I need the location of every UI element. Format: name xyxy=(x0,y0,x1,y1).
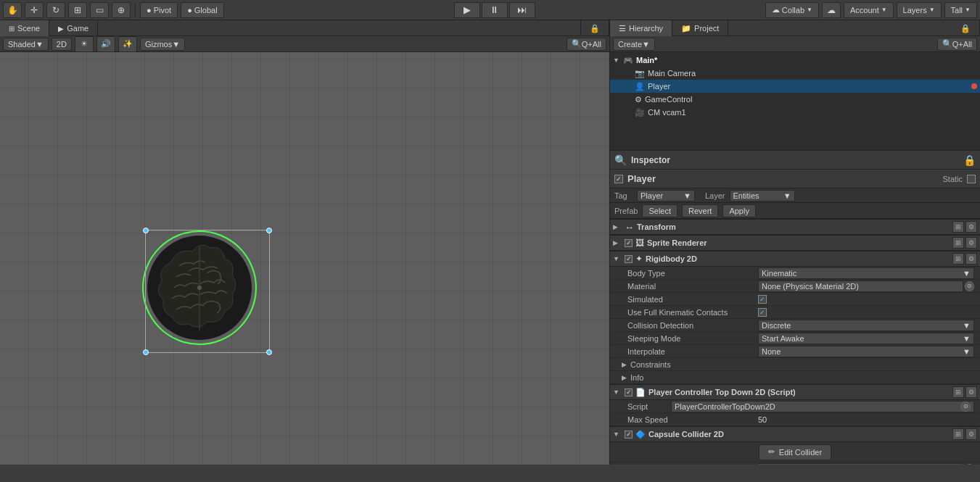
script-picker-btn[interactable]: ⊙ xyxy=(960,402,971,412)
prefab-apply-btn[interactable]: Apply xyxy=(722,204,756,217)
light-toggle-btn[interactable]: ☀ xyxy=(75,36,94,52)
list-item[interactable]: 👤 Player xyxy=(610,80,980,93)
sprite-renderer-header[interactable]: ▶ 🖼 Sprite Renderer ⊞ ⚙ xyxy=(610,235,980,251)
cc-material-dropdown[interactable]: None (Physics Material 2D) xyxy=(758,463,963,465)
cc-enabled[interactable] xyxy=(625,431,633,439)
pc-enabled[interactable] xyxy=(625,388,633,396)
edit-collider-label: Edit Collider xyxy=(779,448,822,457)
rb2d-settings-btn[interactable]: ⚙ xyxy=(965,253,977,265)
multi-tool-btn[interactable]: ⊕ xyxy=(112,2,131,18)
rotate-tool-btn[interactable]: ↻ xyxy=(46,2,65,18)
tab-project[interactable]: 📁 Project xyxy=(672,20,728,36)
step-button[interactable]: ⏭ xyxy=(509,2,535,18)
simulated-checkbox[interactable] xyxy=(758,295,767,304)
scene-search-btn[interactable]: 🔍 Q+All xyxy=(567,38,606,51)
hand-tool-btn[interactable]: ✋ xyxy=(3,2,22,18)
player-controller-header[interactable]: ▼ 📄 Player Controller Top Down 2D (Scrip… xyxy=(610,384,980,400)
layout-btn[interactable]: Tall ▼ xyxy=(944,2,977,18)
create-dropdown[interactable]: Create ▼ xyxy=(613,38,655,51)
pc-settings-btn[interactable]: ⚙ xyxy=(965,386,977,398)
cc-material-picker-btn[interactable]: ⊙ xyxy=(965,464,974,465)
prefab-revert-btn[interactable]: Revert xyxy=(682,204,718,217)
edit-collider-btn[interactable]: ✏ Edit Collider xyxy=(759,444,831,460)
pc-copy-btn[interactable]: ⊞ xyxy=(952,386,964,398)
transform-settings-btn[interactable]: ⚙ xyxy=(965,221,977,233)
scene-lock-btn[interactable]: 🔒 xyxy=(580,20,609,36)
sr-settings-btn[interactable]: ⚙ xyxy=(965,237,977,249)
hierarchy-item-label: CM vcam1 xyxy=(648,108,686,117)
body-type-dropdown[interactable]: Kinematic ▼ xyxy=(758,267,974,279)
2d-mode-btn[interactable]: 2D xyxy=(52,38,72,51)
account-btn[interactable]: Account ▼ xyxy=(844,2,894,18)
hierarchy-search-btn[interactable]: 🔍 Q+All xyxy=(937,38,977,51)
list-item[interactable]: 📷 Main Camera xyxy=(610,67,980,80)
rb-material-dropdown[interactable]: None (Physics Material 2D) xyxy=(758,281,963,292)
move-tool-btn[interactable]: ✛ xyxy=(25,2,44,18)
sprite-renderer-enabled[interactable] xyxy=(625,239,633,247)
shading-dropdown[interactable]: Shaded ▼ xyxy=(3,38,49,51)
handle-br[interactable] xyxy=(266,349,272,355)
tab-game[interactable]: ▶ Game xyxy=(49,20,98,36)
kinematic-contacts-checkbox[interactable] xyxy=(758,308,767,317)
fx-toggle-btn[interactable]: ✨ xyxy=(118,36,137,52)
hierarchy-tab-icon: ☰ xyxy=(619,24,626,33)
tab-scene[interactable]: ⊞ Scene xyxy=(0,20,49,36)
hierarchy-lock-btn[interactable]: 🔒 xyxy=(952,20,980,36)
layers-btn[interactable]: Layers ▼ xyxy=(897,2,942,18)
sleeping-mode-label: Sleeping Mode xyxy=(627,334,758,343)
capsule-collider-header[interactable]: ▼ 🔷 Capsule Collider 2D ⊞ ⚙ xyxy=(610,426,980,442)
transform-copy-btn[interactable]: ⊞ xyxy=(952,221,964,233)
collision-detection-dropdown[interactable]: Discrete ▼ xyxy=(758,320,974,331)
scene-tab-label: Scene xyxy=(17,24,40,33)
sr-copy-btn[interactable]: ⊞ xyxy=(952,237,964,249)
prefab-select-btn[interactable]: Select xyxy=(642,204,678,217)
handle-bl[interactable] xyxy=(143,349,149,355)
list-item[interactable]: 🎥 CM vcam1 xyxy=(610,106,980,119)
main-toolbar: ✋ ✛ ↻ ⊞ ▭ ⊕ ● Pivot ● Global ▶ ⏸ ⏭ ☁ Col… xyxy=(0,0,980,20)
rb-material-picker-btn[interactable]: ⊙ xyxy=(965,281,974,291)
body-type-row: Body Type Kinematic ▼ xyxy=(610,267,980,280)
prefab-row: Prefab Select Revert Apply xyxy=(610,203,980,219)
layer-dropdown[interactable]: Entities ▼ xyxy=(730,190,795,201)
scene-view[interactable] xyxy=(0,52,609,465)
constraints-row[interactable]: ▶ Constraints xyxy=(610,358,980,371)
script-field[interactable]: PlayerControllerTopDown2D ⊙ xyxy=(671,401,974,412)
audio-toggle-btn[interactable]: 🔊 xyxy=(96,36,115,52)
static-checkbox[interactable] xyxy=(967,175,976,183)
cc-copy-btn[interactable]: ⊞ xyxy=(952,428,964,440)
transform-component-header[interactable]: ▶ ↔ Transform ⊞ ⚙ xyxy=(610,219,980,235)
inspector-lock-btn[interactable]: 🔒 xyxy=(963,154,976,166)
interpolate-dropdown[interactable]: None ▼ xyxy=(758,346,974,357)
rb2d-copy-btn[interactable]: ⊞ xyxy=(952,253,964,265)
expand-icon: ▼ xyxy=(613,57,620,64)
sleeping-mode-dropdown[interactable]: Start Awake ▼ xyxy=(758,333,974,344)
scene-search-label: Q+All xyxy=(582,40,601,49)
collab-btn[interactable]: ☁ Collab ▼ xyxy=(765,2,819,18)
cc-settings-btn[interactable]: ⚙ xyxy=(965,428,977,440)
hierarchy-content[interactable]: ▼ 🎮 Main* 📷 Main Camera 👤 Player xyxy=(610,52,980,150)
shading-label: Shaded xyxy=(8,40,36,49)
rb2d-info-row[interactable]: ▶ Info xyxy=(610,371,980,384)
gizmos-arrow-icon: ▼ xyxy=(172,40,180,49)
object-enabled-checkbox[interactable] xyxy=(614,175,623,183)
scale-tool-btn[interactable]: ⊞ xyxy=(68,2,87,18)
inspector-header: 🔍 Inspector 🔒 xyxy=(610,151,980,170)
red-dot-icon xyxy=(971,83,977,89)
tag-label: Tag xyxy=(614,191,633,200)
pivot-btn[interactable]: ● Pivot xyxy=(140,2,178,18)
list-item[interactable]: ▼ 🎮 Main* xyxy=(610,54,980,67)
handle-tr[interactable] xyxy=(266,228,272,233)
gizmos-dropdown[interactable]: Gizmos ▼ xyxy=(140,38,185,51)
rigidbody2d-header[interactable]: ▼ ✦ Rigidbody 2D ⊞ ⚙ xyxy=(610,251,980,267)
rb2d-enabled[interactable] xyxy=(625,255,633,263)
handle-tl[interactable] xyxy=(143,228,149,233)
pause-button[interactable]: ⏸ xyxy=(482,2,508,18)
list-item[interactable]: ⚙ GameControl xyxy=(610,93,980,106)
cloud-btn[interactable]: ☁ xyxy=(822,2,841,18)
project-tab-label: Project xyxy=(694,24,719,33)
global-btn[interactable]: ● Global xyxy=(181,2,223,18)
play-button[interactable]: ▶ xyxy=(454,2,480,18)
tag-dropdown[interactable]: Player ▼ xyxy=(637,190,695,201)
tab-hierarchy[interactable]: ☰ Hierarchy xyxy=(610,20,672,36)
rect-tool-btn[interactable]: ▭ xyxy=(90,2,109,18)
